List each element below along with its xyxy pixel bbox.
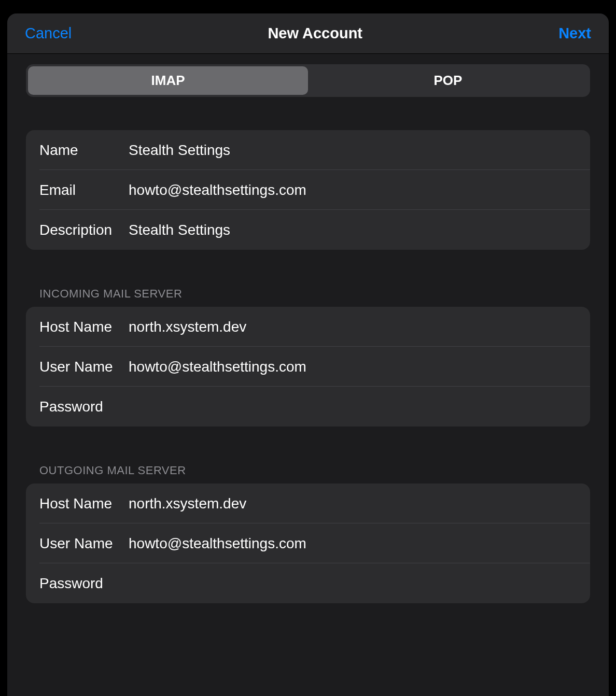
incoming-host-input[interactable] (129, 319, 577, 335)
incoming-section-header: INCOMING MAIL SERVER (26, 287, 590, 307)
description-label: Description (39, 222, 129, 238)
incoming-password-row: Password (26, 387, 590, 427)
modal-header: Cancel New Account Next (7, 13, 609, 54)
email-label: Email (39, 182, 129, 198)
description-row: Description (26, 210, 590, 250)
incoming-password-label: Password (39, 399, 129, 415)
incoming-server-group: Host Name User Name Password (26, 307, 590, 427)
incoming-user-input[interactable] (129, 359, 577, 375)
outgoing-host-input[interactable] (129, 495, 577, 512)
email-input[interactable] (129, 182, 577, 198)
outgoing-password-input[interactable] (129, 575, 577, 592)
incoming-user-row: User Name (26, 347, 590, 387)
incoming-host-label: Host Name (39, 319, 129, 335)
name-input[interactable] (129, 142, 577, 159)
outgoing-password-row: Password (26, 563, 590, 603)
outgoing-host-row: Host Name (26, 484, 590, 523)
cancel-button[interactable]: Cancel (25, 25, 72, 42)
next-button[interactable]: Next (558, 25, 591, 42)
account-info-group: Name Email Description (26, 130, 590, 250)
modal-content: IMAP POP Name Email Description INCOMING… (7, 54, 609, 603)
incoming-host-row: Host Name (26, 307, 590, 347)
description-input[interactable] (129, 222, 577, 238)
outgoing-user-label: User Name (39, 535, 129, 552)
outgoing-user-input[interactable] (129, 535, 577, 552)
outgoing-host-label: Host Name (39, 495, 129, 512)
protocol-segmented-control: IMAP POP (26, 64, 590, 97)
segment-imap[interactable]: IMAP (28, 66, 308, 95)
new-account-modal: Cancel New Account Next IMAP POP Name Em… (7, 13, 609, 696)
segment-pop[interactable]: POP (308, 66, 588, 95)
email-row: Email (26, 170, 590, 210)
incoming-user-label: User Name (39, 359, 129, 375)
outgoing-user-row: User Name (26, 523, 590, 563)
outgoing-server-group: Host Name User Name Password (26, 484, 590, 603)
name-label: Name (39, 142, 129, 159)
name-row: Name (26, 130, 590, 170)
modal-title: New Account (268, 25, 362, 42)
outgoing-section-header: OUTGOING MAIL SERVER (26, 464, 590, 484)
incoming-password-input[interactable] (129, 399, 577, 415)
outgoing-password-label: Password (39, 575, 129, 592)
